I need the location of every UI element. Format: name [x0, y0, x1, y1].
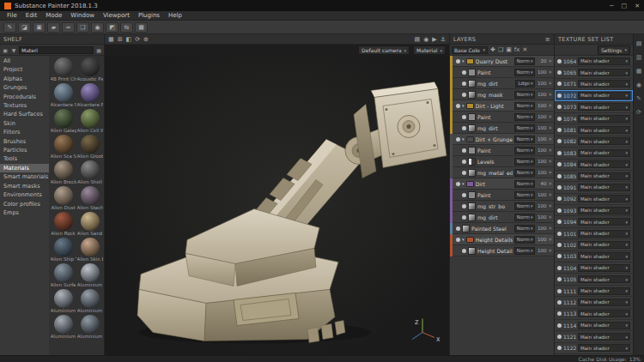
visibility-eye-icon[interactable]	[456, 137, 460, 142]
menu-item[interactable]: File	[3, 12, 21, 19]
shader-dropdown[interactable]: Main shader ▾	[578, 57, 630, 65]
folder-caret-icon[interactable]: ▾	[462, 181, 465, 186]
menu-item[interactable]: Window	[66, 12, 99, 19]
close-button[interactable]: ✕	[635, 3, 640, 9]
layer-row[interactable]: ▾ mg_mask Norm ▾ 100 ✕	[450, 89, 554, 100]
visibility-eye-icon[interactable]	[462, 148, 466, 153]
menu-item[interactable]: Mode	[41, 12, 66, 19]
dock-panel-icon[interactable]: ▦	[636, 68, 642, 75]
visibility-eye-icon[interactable]	[557, 94, 562, 98]
blend-mode-dropdown[interactable]: Norm ▾	[514, 202, 536, 210]
texture-set-row[interactable]: 1094 Main shader ▾	[555, 216, 633, 227]
layer-opacity-value[interactable]: 100	[537, 192, 546, 197]
blend-mode-dropdown[interactable]: Norm ▾	[514, 191, 536, 199]
shelf-category-item[interactable]: Particles	[0, 146, 49, 154]
dock-panel-icon[interactable]: ◉	[636, 81, 641, 88]
maximize-button[interactable]: □	[622, 3, 628, 9]
shader-dropdown[interactable]: Main shader ▾	[578, 115, 630, 123]
texture-set-row[interactable]: 1093 Main shader ▾	[555, 205, 633, 216]
material-item[interactable]: Alien Rock	[50, 212, 76, 236]
shelf-category-item[interactable]: Tools	[0, 154, 49, 163]
layer-row[interactable]: ▾ Paint Norm ▾ 100 ✕	[450, 67, 554, 78]
shader-dropdown[interactable]: Main shader ▾	[578, 299, 630, 306]
visibility-eye-icon[interactable]	[557, 243, 562, 247]
visibility-eye-icon[interactable]	[462, 171, 466, 175]
remove-layer-icon[interactable]: ✕	[548, 248, 552, 253]
3d-canvas[interactable]: Z X	[105, 56, 449, 355]
visibility-eye-icon[interactable]	[456, 104, 460, 108]
shader-dropdown[interactable]: Main shader ▾	[578, 218, 630, 226]
material-item[interactable]: Alien Shell	[76, 160, 103, 184]
material-item[interactable]: Alien Brock	[50, 160, 76, 184]
layer-control-icon[interactable]: ❏	[498, 46, 503, 53]
layer-opacity-value[interactable]: 100	[537, 136, 546, 142]
remove-layer-icon[interactable]: ✕	[548, 203, 552, 208]
blend-mode-dropdown[interactable]: Norm ▾	[514, 247, 536, 255]
remove-layer-icon[interactable]: ✕	[548, 114, 552, 119]
viewport-tool-icon[interactable]: ⊕	[143, 36, 149, 43]
layer-opacity-value[interactable]: 100	[537, 237, 546, 242]
material-item[interactable]: Alien Sand	[76, 212, 103, 236]
grid-view-icon[interactable]: ▦	[95, 47, 102, 53]
blend-mode-dropdown[interactable]: Norm ▾	[514, 57, 536, 65]
shelf-category-item[interactable]: Environments	[0, 190, 49, 199]
settings-dropdown[interactable]: Settings ▾	[598, 45, 630, 55]
texture-set-row[interactable]: 1081 Main shader ▾	[555, 124, 633, 136]
visibility-eye-icon[interactable]	[462, 115, 466, 119]
material-item[interactable]: Alien Cell W	[76, 109, 103, 133]
shelf-category-item[interactable]: Project	[0, 65, 49, 74]
layer-opacity-value[interactable]: 100	[537, 248, 546, 253]
blend-mode-dropdown[interactable]: Norm ▾	[514, 169, 536, 177]
blend-mode-dropdown[interactable]: Norm ▾	[514, 147, 536, 154]
camera-select[interactable]: Default camera ▾	[358, 45, 410, 55]
viewport-tool-icon[interactable]: ▶	[432, 36, 436, 43]
material-item[interactable]: 4B Print Ch	[50, 57, 76, 81]
layer-control-icon[interactable]: ✕	[522, 46, 527, 53]
texture-set-row[interactable]: 1101 Main shader ▾	[555, 228, 633, 239]
visibility-eye-icon[interactable]	[462, 93, 466, 97]
visibility-eye-icon[interactable]	[557, 289, 562, 293]
shelf-category-item[interactable]: Skin	[0, 119, 49, 128]
material-item[interactable]: Aluminium	[50, 289, 76, 313]
material-item[interactable]: Aluminium	[76, 263, 103, 287]
layer-opacity-value[interactable]: 100	[537, 203, 546, 208]
visibility-eye-icon[interactable]	[557, 220, 562, 224]
visibility-eye-icon[interactable]	[462, 81, 466, 86]
shader-dropdown[interactable]: Main shader ▾	[578, 126, 630, 134]
blend-mode-dropdown[interactable]: Norm ▾	[514, 91, 536, 99]
material-item[interactable]: Alien Skin B	[76, 238, 103, 262]
shader-dropdown[interactable]: Main shader ▾	[578, 103, 630, 111]
layer-row[interactable]: ▾ Dirt Norm ▾ 40 ✕	[450, 178, 554, 190]
texture-set-row[interactable]: 1111 Main shader ▾	[555, 286, 633, 297]
dock-panel-icon[interactable]: ▥	[636, 54, 642, 61]
layer-row[interactable]: ▾ Paint Norm ▾ 100 ✕	[450, 190, 554, 201]
texture-set-row[interactable]: 1112 Main shader ▾	[555, 297, 633, 308]
blend-mode-dropdown[interactable]: Norm ▾	[514, 69, 536, 76]
shelf-category-item[interactable]: Brushes	[0, 137, 49, 146]
shader-dropdown[interactable]: Main shader ▾	[578, 137, 630, 145]
material-item[interactable]: Alien Dust	[50, 186, 76, 210]
material-item[interactable]: Alien Galag	[50, 109, 76, 133]
folder-caret-icon[interactable]: ▾	[462, 136, 465, 142]
layer-row[interactable]: ▾ mg_dirt Ldge ▾ 100 ✕	[450, 78, 554, 89]
shelf-category-item[interactable]: Emps	[0, 208, 49, 217]
visibility-eye-icon[interactable]	[557, 346, 562, 350]
viewport-tool-icon[interactable]: ⚓	[440, 36, 446, 43]
layer-row[interactable]: ▾ Paint Norm ▾ 100 ✕	[450, 145, 554, 156]
viewport-tool-icon[interactable]: ⊞	[118, 36, 123, 43]
layer-control-icon[interactable]: fx	[514, 46, 520, 53]
visibility-eye-icon[interactable]	[557, 196, 562, 201]
shelf-category-item[interactable]: Hard Surfaces	[0, 110, 49, 118]
shader-dropdown[interactable]: Main shader ▾	[578, 172, 630, 180]
shelf-search-input[interactable]	[19, 46, 94, 54]
shelf-category-item[interactable]: Smart materials	[0, 172, 49, 181]
remove-layer-icon[interactable]: ✕	[548, 58, 552, 63]
remove-layer-icon[interactable]: ✕	[548, 170, 552, 175]
material-item[interactable]: Alcantara P	[76, 83, 103, 107]
visibility-eye-icon[interactable]	[456, 182, 460, 186]
remove-layer-icon[interactable]: ✕	[548, 136, 552, 142]
texture-set-row[interactable]: 1072 Main shader ▾	[555, 90, 633, 101]
layer-opacity-value[interactable]: 20	[537, 58, 546, 63]
texture-set-row[interactable]: 1122 Main shader ▾	[555, 343, 633, 354]
shelf-category-item[interactable]: Alphas	[0, 75, 49, 83]
